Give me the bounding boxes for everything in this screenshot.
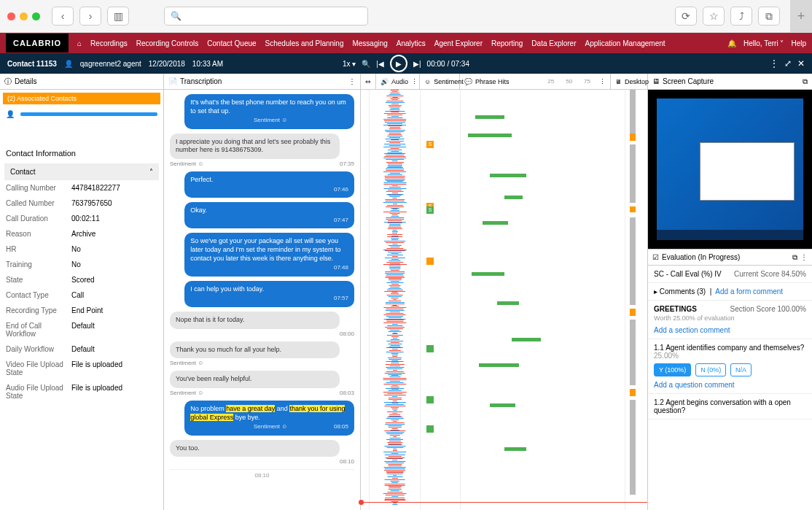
agent-bubble[interactable]: Perfect.07:46: [184, 171, 354, 198]
playback-speed[interactable]: 1x ▾: [343, 60, 356, 68]
monitor-icon: 🖥: [652, 77, 660, 85]
customer-bubble[interactable]: Nope that is it for today.: [170, 312, 340, 329]
nav-recordings[interactable]: Recordings: [86, 39, 132, 47]
evaluation-panel: ☑ Evaluation (In Progress) ⧉ ⋮ SC - Call…: [648, 249, 812, 510]
zoom-out-icon[interactable]: 🔍: [362, 60, 370, 68]
agent-bubble[interactable]: It's what's the best phone number to rea…: [184, 94, 354, 129]
info-value: 447841822277: [71, 184, 120, 192]
agent-bubble[interactable]: I can help you with today.07:57: [184, 281, 354, 307]
phrase-icon: 💬: [464, 78, 472, 85]
eval-popout-icon[interactable]: ⧉: [792, 253, 797, 262]
nav-agent-explorer[interactable]: Agent Explorer: [430, 39, 487, 47]
user-greeting[interactable]: Hello, Terri ˅: [743, 39, 784, 47]
forward-button[interactable]: ›: [79, 7, 101, 26]
q1-no-button[interactable]: N (0%): [695, 363, 726, 376]
minimize-window-icon[interactable]: [20, 12, 28, 20]
address-search-bar[interactable]: 🔍: [164, 7, 368, 26]
customer-bubble[interactable]: You too.: [170, 440, 340, 457]
eval-section-row: GREETINGS Section Score 100.00% Worth 25…: [648, 301, 812, 339]
agent-bubble[interactable]: Okay.07:47: [184, 202, 354, 228]
skip-fwd-icon[interactable]: ▶|: [413, 60, 421, 68]
transcription-footer-time: 08:10: [170, 469, 354, 479]
sentiment-icon: ☺: [424, 78, 431, 85]
customer-bubble[interactable]: Thank you so much for all your help.: [170, 341, 340, 359]
agent-bubble[interactable]: No problem have a great day and thank yo…: [184, 401, 354, 436]
home-icon[interactable]: ⌂: [73, 39, 86, 47]
add-question-comment[interactable]: Add a question comment: [654, 381, 806, 389]
close-icon[interactable]: ✕: [797, 58, 805, 69]
desktop-track: [625, 90, 647, 510]
q1-na-button[interactable]: N/A: [730, 363, 752, 376]
share-button[interactable]: ⤴: [730, 7, 752, 26]
maximize-window-icon[interactable]: [32, 12, 40, 20]
nav-messaging[interactable]: Messaging: [348, 39, 391, 47]
agent-bubble[interactable]: So we've got your your package all set w…: [184, 233, 354, 276]
eval-more-icon[interactable]: ⋮: [800, 253, 808, 261]
info-value: Archive: [71, 230, 95, 238]
contact-time: 10:33 AM: [192, 60, 223, 68]
info-value: End Point: [71, 306, 103, 314]
drag-icon[interactable]: ⇔: [365, 78, 371, 85]
associated-contacts-pill[interactable]: (2) Associated Contacts: [3, 93, 160, 104]
play-button[interactable]: ▶: [390, 55, 407, 72]
nav-contact-queue[interactable]: Contact Queue: [203, 39, 260, 47]
expand-icon[interactable]: ⤢: [784, 58, 792, 69]
tabs-button[interactable]: ⧉: [758, 7, 780, 26]
customer-bubble[interactable]: You've been really helpful.: [170, 371, 340, 388]
nav-schedules[interactable]: Schedules and Planning: [261, 39, 348, 47]
bell-icon[interactable]: 🔔: [727, 39, 736, 47]
info-label: Called Number: [6, 199, 71, 207]
reload-button[interactable]: ⟳: [675, 7, 697, 26]
skip-back-icon[interactable]: |◀: [376, 60, 384, 68]
new-tab-button[interactable]: +: [790, 0, 812, 33]
transcript-more-icon[interactable]: ⋮: [348, 77, 356, 85]
screen-capture-video[interactable]: [648, 90, 812, 249]
audio-waveform: [370, 90, 421, 510]
section-worth: Worth 25.00% of evaluation: [654, 314, 806, 322]
info-label: Audio File Upload State: [6, 384, 71, 400]
playhead[interactable]: [361, 502, 647, 503]
nav-data-explorer[interactable]: Data Explorer: [527, 39, 580, 47]
add-form-comment[interactable]: Add a form comment: [715, 287, 783, 295]
info-value: File is uploaded: [71, 384, 122, 400]
popout-icon[interactable]: ⧉: [803, 77, 808, 86]
bookmark-button[interactable]: ☆: [703, 7, 725, 26]
transcription-body[interactable]: It's what's the best phone number to rea…: [164, 90, 360, 510]
contact-expander[interactable]: Contact˄: [4, 163, 159, 180]
viz-body[interactable]: SSS: [361, 90, 647, 510]
bubble-meta: 08:10: [170, 458, 354, 465]
bubble-meta: Sentiment ☺: [170, 360, 354, 366]
info-value: No: [71, 260, 81, 268]
question-1: 1.1 Agent identifies company and themsel…: [648, 339, 812, 394]
customer-bubble[interactable]: I appreciate you doing that and let's se…: [170, 134, 340, 159]
chevron-up-icon: ˄: [149, 168, 153, 176]
eval-comments-row[interactable]: ▸ Comments (3) | Add a form comment: [648, 283, 812, 301]
associated-contact-row[interactable]: 👤: [0, 107, 163, 121]
nav-analytics[interactable]: Analytics: [392, 39, 430, 47]
info-row: ReasonArchive: [0, 226, 163, 242]
nav-reporting[interactable]: Reporting: [487, 39, 527, 47]
agent-icon: 👤: [64, 60, 73, 68]
sidebar-button[interactable]: ▥: [107, 7, 129, 26]
browser-chrome: ‹ › ▥ 🔍 ⟳ ☆ ⤴ ⧉ +: [0, 0, 812, 33]
visualization-panel: ⇔ 🔊Audio⋮ ☺Sentiment 💬Phrase Hits 25 50 …: [361, 74, 648, 510]
section-score: 100.00%: [778, 305, 806, 313]
help-link[interactable]: Help: [791, 39, 806, 47]
bubble-meta: 07:46: [190, 186, 348, 193]
nav-recording-controls[interactable]: Recording Controls: [132, 39, 203, 47]
close-window-icon[interactable]: [7, 12, 15, 20]
phrase-more-icon[interactable]: ⋮: [599, 78, 606, 85]
q1-yes-button[interactable]: Y (100%): [654, 363, 691, 376]
add-section-comment[interactable]: Add a section comment: [654, 326, 806, 334]
transcription-panel: 📄 Transcription ⋮ It's what's the best p…: [164, 74, 361, 510]
info-value: Default: [71, 322, 95, 338]
nav-app-mgmt[interactable]: Application Management: [580, 39, 669, 47]
more-icon[interactable]: ⋮: [770, 58, 778, 69]
info-icon: ⓘ: [4, 77, 12, 87]
info-label: Contact Type: [6, 291, 71, 299]
brand-logo[interactable]: CALABRIO: [6, 34, 69, 53]
audio-more-icon[interactable]: ⋮: [411, 78, 418, 85]
question-2: 1.2 Agent begins conversation with a ope…: [648, 394, 812, 420]
info-row: Called Number7637957650: [0, 196, 163, 211]
back-button[interactable]: ‹: [52, 7, 74, 26]
